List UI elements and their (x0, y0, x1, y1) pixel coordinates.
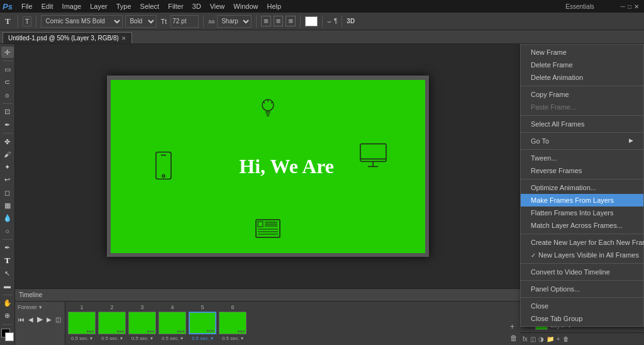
new-layer-btn[interactable]: + (557, 336, 560, 342)
menu-3d[interactable]: 3D (189, 2, 205, 11)
delete-layer-btn[interactable]: 🗑 (563, 336, 569, 342)
eraser-tool[interactable]: ◻ (1, 187, 14, 198)
align-center-btn[interactable]: ≡ (274, 16, 284, 26)
ctx-reverse-frames[interactable]: Reverse Frames (521, 164, 643, 177)
frame-thumb-5[interactable] (189, 312, 216, 334)
crop-tool[interactable]: ⊡ (1, 106, 14, 118)
ctx-new-frame[interactable]: New Frame (521, 46, 643, 59)
frame-thumb-2[interactable] (98, 312, 126, 334)
layers-bottom: fx ◫ ◑ 📁 + 🗑 (520, 332, 644, 345)
ctx-close-tab-group[interactable]: Close Tab Group (521, 312, 643, 325)
brush-tool[interactable]: 🖌 (1, 149, 14, 160)
menu-type[interactable]: Type (113, 2, 135, 11)
frame-thumb-1[interactable] (68, 312, 96, 334)
dodge-tool[interactable]: ○ (1, 225, 14, 237)
menu-layer[interactable]: Layer (86, 2, 111, 11)
play-btn[interactable]: ▶ (36, 314, 44, 324)
align-left-btn[interactable]: ≡ (261, 16, 271, 26)
frame-number-3: 3 (140, 304, 143, 310)
marquee-tool[interactable]: ▭ (1, 64, 14, 75)
zoom-tool[interactable]: ⊕ (1, 310, 14, 322)
menu-image[interactable]: Image (58, 2, 86, 11)
frame-duration-5[interactable]: 0.5 sec. ▾ (192, 336, 213, 341)
menu-help[interactable]: Help (263, 2, 285, 11)
adjustment-btn[interactable]: ◑ (538, 336, 544, 342)
font-size-input[interactable] (170, 15, 199, 28)
frame-duration-2[interactable]: 0.5 sec. ▾ (101, 336, 123, 341)
ctx-convert-video[interactable]: Convert to Video Timeline (521, 266, 643, 278)
ctx-delete-animation[interactable]: Delete Animation (521, 71, 643, 84)
ctx-match-layer[interactable]: Match Layer Across Frames... (521, 219, 643, 232)
path-select-tool[interactable]: ↖ (1, 268, 14, 279)
font-style-select[interactable]: Bold (125, 15, 157, 28)
ctx-make-frames[interactable]: Make Frames From Layers (521, 194, 643, 206)
ctx-delete-frame[interactable]: Delete Frame (521, 59, 643, 71)
history-brush-tool[interactable]: ↩ (1, 174, 14, 186)
toolbar: T T Comic Sans MS Bold Bold Tt aa Sharp … (0, 13, 644, 30)
ctx-copy-frame[interactable]: Copy Frame (521, 88, 643, 101)
ctx-create-new-layer[interactable]: Create New Layer for Each New Frame (521, 236, 643, 249)
frame-thumb-6[interactable] (219, 312, 247, 334)
menu-window[interactable]: Window (230, 2, 262, 11)
ctx-optimize-animation[interactable]: Optimize Animation... (521, 181, 643, 194)
3d-label[interactable]: 3D (347, 18, 355, 25)
ctx-select-all-frames[interactable]: Select All Frames (521, 118, 643, 130)
frame-thumb-3[interactable] (128, 312, 156, 334)
window-minimize[interactable]: ─ (621, 3, 625, 10)
menu-select[interactable]: Select (136, 2, 164, 11)
character-panel-btn[interactable]: ¶ (334, 18, 337, 25)
frame-duration-4[interactable]: 0.5 sec. ▾ (162, 336, 183, 341)
aa-method-select[interactable]: Sharp (217, 15, 252, 28)
move-tool[interactable]: ✛ (1, 47, 14, 58)
hand-tool[interactable]: ✋ (1, 297, 14, 308)
shape-tool[interactable]: ▬ (1, 280, 14, 291)
tab-close-btn[interactable]: ✕ (121, 35, 126, 42)
pen-tool[interactable]: ✒ (1, 242, 14, 254)
frame-duration-1[interactable]: 0.5 sec. ▾ (71, 336, 92, 341)
prev-frame-btn[interactable]: ◀ (27, 314, 35, 324)
tab-label: Untitled-1.psd @ 50% (Layer 3, RGB/8) (8, 35, 119, 42)
document-tab[interactable]: Untitled-1.psd @ 50% (Layer 3, RGB/8) ✕ (3, 32, 132, 43)
first-frame-btn[interactable]: ⏮ (18, 314, 26, 324)
frame-duration-6[interactable]: 0.5 sec. ▾ (222, 336, 243, 341)
quick-select-tool[interactable]: ⌾ (1, 89, 14, 101)
font-family-select[interactable]: Comic Sans MS Bold (41, 15, 123, 28)
tool-italic-btn[interactable]: T (23, 16, 32, 26)
menu-view[interactable]: View (206, 2, 229, 11)
align-right-btn[interactable]: ≡ (286, 16, 296, 26)
frame-duration-3[interactable]: 0.5 sec. ▾ (131, 336, 153, 341)
background-color[interactable] (5, 332, 14, 341)
menu-filter[interactable]: Filter (164, 2, 187, 11)
text-color-swatch[interactable] (305, 16, 318, 26)
window-restore[interactable]: □ (628, 3, 631, 10)
blur-tool[interactable]: 💧 (1, 212, 14, 223)
ctx-new-layers-visible[interactable]: New Layers Visible in All Frames (521, 249, 643, 261)
ctx-sep-7 (521, 263, 643, 264)
fx-btn[interactable]: fx (523, 336, 528, 342)
ctx-close[interactable]: Close (521, 300, 643, 312)
group-btn[interactable]: 📁 (547, 336, 554, 342)
type-tool[interactable]: T (1, 255, 14, 266)
eyedropper-tool[interactable]: ✒ (1, 119, 14, 130)
ctx-panel-options[interactable]: Panel Options... (521, 283, 643, 295)
ctx-tween[interactable]: Tween... (521, 152, 643, 164)
heal-tool[interactable]: ✤ (1, 136, 14, 147)
window-close[interactable]: ✕ (634, 3, 639, 10)
tween-btn[interactable]: ◫ (54, 314, 62, 324)
menu-file[interactable]: File (18, 2, 36, 11)
menu-edit[interactable]: Edit (38, 2, 57, 11)
lasso-tool[interactable]: ⊂ (1, 76, 14, 88)
workspace-selector[interactable]: Essentials (565, 3, 619, 10)
add-mask-btn[interactable]: ◫ (530, 336, 536, 342)
ctx-flatten-frames[interactable]: Flatten Frames Into Layers (521, 206, 643, 219)
delete-frame-btn[interactable]: 🗑 (510, 334, 518, 342)
ctx-go-to[interactable]: Go To (521, 135, 643, 147)
frame-thumb-4[interactable] (158, 312, 186, 334)
clone-tool[interactable]: ✦ (1, 161, 14, 172)
warp-text-btn[interactable]: ⌣ (327, 17, 331, 25)
next-frame-btn[interactable]: ▶ (45, 314, 53, 324)
gradient-tool[interactable]: ▦ (1, 200, 14, 211)
frame-1: 1 0.5 sec. ▾ (68, 304, 96, 342)
canvas-area[interactable]: Hi, We Are (15, 44, 520, 288)
new-frame-btn[interactable]: + (510, 322, 518, 331)
